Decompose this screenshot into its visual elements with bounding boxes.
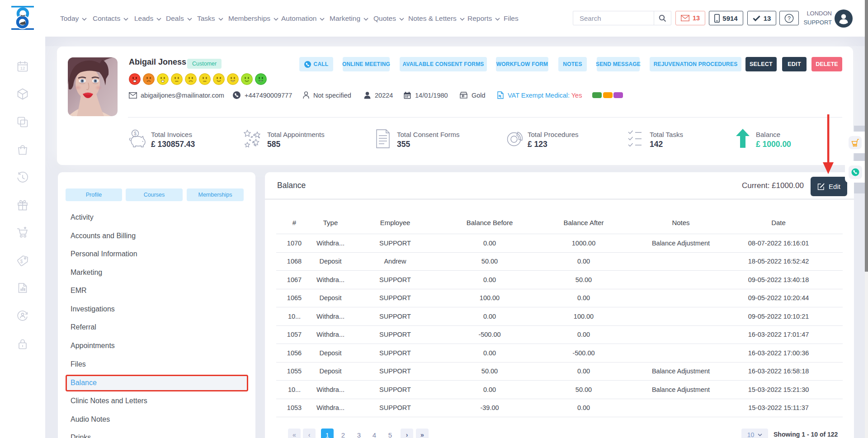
svg-text:$: $ [134, 131, 137, 136]
svg-text:12: 12 [20, 66, 25, 71]
svg-text:$: $ [20, 259, 23, 264]
svg-text:?: ? [788, 15, 791, 21]
